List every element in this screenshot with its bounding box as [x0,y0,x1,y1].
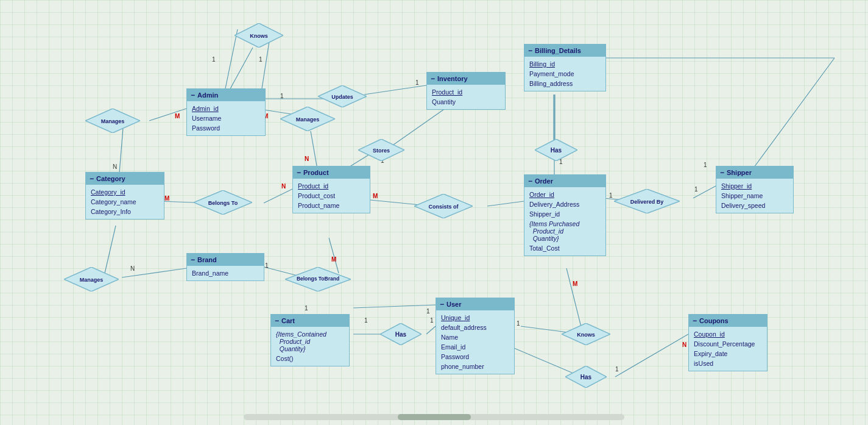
diamond-stores: Stores [358,139,404,161]
scrollbar-thumb[interactable] [398,414,471,420]
svg-line-29 [353,305,436,308]
attr-cat-name: Category_name [91,197,159,207]
entity-order-header: − Order [524,175,605,187]
svg-line-16 [105,226,116,273]
attr-user-phone: phone_number [441,362,509,371]
entity-brand-header: − Brand [187,254,264,266]
attr-order-shipper: Shipper_id [529,209,601,219]
mult-manages-product-n: N [305,155,309,162]
entity-shipper: − Shipper Shipper_id Shipper_name Delive… [716,166,794,213]
svg-text:Knows: Knows [250,33,268,39]
attr-coupon-id: Coupon_id [694,329,762,339]
diamond-manages-left: Manages [85,109,140,133]
diamond-belongs-to: Belongs To [194,190,252,215]
diamond-has-coupons: Has [565,366,607,388]
entity-order-body: Order_id Delivery_Address Shipper_id {It… [524,187,605,255]
svg-text:Has: Has [580,374,592,380]
diamond-knows-top: Knows [235,23,283,48]
attr-user-name: Name [441,332,509,342]
entity-user: − User Unique_id default_address Name Em… [436,298,515,374]
svg-text:Belongs To: Belongs To [208,200,238,206]
mult-knows-1: 1 [212,56,216,63]
svg-text:Updates: Updates [331,94,353,100]
entity-category-header: − Category [86,173,164,185]
attr-inv-qty: Quantity [432,97,500,107]
attr-cat-id: Category_id [91,187,159,197]
diamond-has-billing: Has [535,139,577,161]
entity-coupons: − Coupons Coupon_id Discount_Percentage … [688,314,767,371]
entity-billing-body: Billing_id Payment_mode Billing_address [524,57,605,91]
attr-cart-items: {Items_Contained Product_id Quantity} [276,329,344,354]
entity-admin-title: Admin [197,91,218,99]
attr-inv-prodid: Product_id [432,87,500,97]
entity-order-title: Order [535,177,553,185]
mult-hascart-1: 1 [426,308,430,315]
mult-mgbrand-n: N [130,265,135,272]
svg-line-33 [262,41,269,88]
attr-prod-name: Product_name [298,201,365,210]
svg-line-26 [566,268,582,329]
attr-order-cost: Total_Cost [529,243,601,253]
entity-shipper-header: − Shipper [716,166,793,179]
horizontal-scrollbar[interactable] [244,414,624,420]
mult-bt-n: N [281,183,286,190]
svg-text:Manages: Manages [80,277,104,283]
attr-coupon-disc: Discount_Percentage [694,339,762,349]
mult-btb-m: M [331,256,336,263]
entity-product-title: Product [303,169,329,176]
attr-user-uid: Unique_id [441,313,509,323]
attr-order-items: {Items Purchased Product_id Quantity} [529,219,601,243]
mult-brand-1: 1 [265,262,269,269]
entity-inventory-header: − Inventory [427,73,505,85]
entity-category-title: Category [96,175,125,182]
entity-user-header: − User [436,298,514,310]
mult-cart-1a: 1 [364,317,368,324]
attr-brand-name: Brand_name [192,268,259,278]
svg-text:Has: Has [395,331,407,338]
entity-billing-header: − Billing_Details [524,45,605,57]
mult-inventory-1: 1 [415,79,419,86]
svg-text:Manages: Manages [296,116,320,123]
mult-coupons-n: N [682,341,686,348]
mult-del-1a: 1 [609,192,613,199]
attr-coupon-exp: Expiry_date [694,349,762,359]
entity-shipper-title: Shipper [727,169,752,176]
attr-admin-password: Password [192,123,260,133]
svg-line-10 [264,189,292,203]
mult-coupons-1: 1 [615,366,619,373]
attr-shipper-name: Shipper_name [721,191,788,201]
diamond-manages-brand: Manages [64,267,119,291]
attr-prod-cost: Product_cost [298,191,365,201]
entity-coupons-header: − Coupons [689,315,767,327]
attr-prod-id: Product_id [298,181,365,191]
svg-line-12 [487,201,524,206]
entity-inventory: − Inventory Product_id Quantity [426,72,506,110]
erd-canvas: 1 1 M N M N 1 1 1 M M N M 1 1 1 1 1 M M … [0,0,868,425]
diamond-manages-mid: Manages [280,107,335,131]
mult-user-knows-1: 1 [517,320,520,327]
attr-user-email: Email_id [441,342,509,352]
svg-text:Knows: Knows [577,332,595,338]
entity-inventory-body: Product_id Quantity [427,85,505,109]
entity-user-title: User [446,301,461,308]
attr-order-addr: Delivery_Address [529,199,601,209]
mult-admin-manages-m: M [175,113,180,120]
attr-coupon-used: isUsed [694,359,762,368]
svg-text:Manages: Manages [101,118,125,124]
svg-text:Stores: Stores [373,148,390,154]
mult-co-m: M [373,193,378,199]
entity-cart-title: Cart [281,317,295,324]
entity-brand-body: Brand_name [187,266,264,280]
attr-admin-username: Username [192,113,260,123]
entity-inventory-title: Inventory [437,75,468,82]
attr-billing-addr: Billing_address [529,79,601,88]
diamond-consists-of: Consists of [414,194,473,218]
mult-cart-1b: 1 [430,317,434,324]
mult-del-1b: 1 [694,186,698,193]
diamond-delivered-by: Delivered By [614,189,680,213]
diamond-updates: Updates [318,85,367,107]
svg-text:Consists of: Consists of [428,204,459,210]
attr-order-id: Order_id [529,190,601,199]
attr-billing-id: Billing_id [529,59,601,69]
attr-admin-id: Admin_id [192,104,260,113]
